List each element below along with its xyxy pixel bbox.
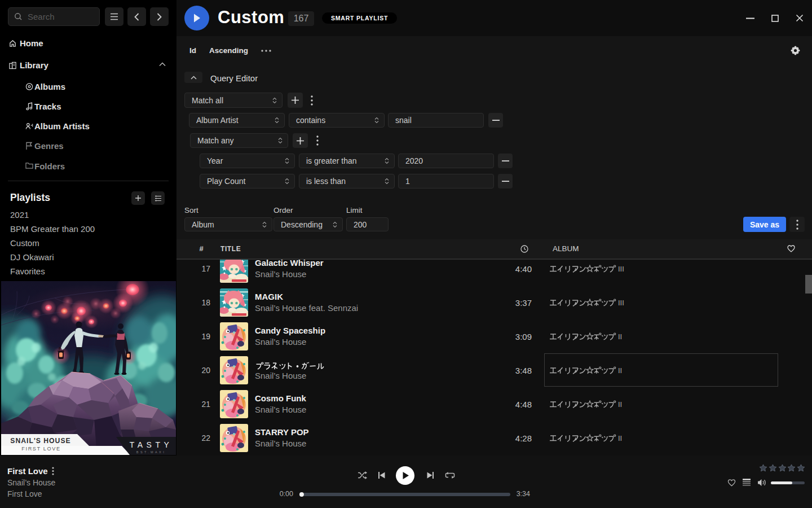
svg-text:III: III bbox=[618, 265, 624, 273]
svg-text:II: II bbox=[618, 332, 622, 341]
svg-text:III: III bbox=[618, 299, 624, 307]
svg-text:FIRST LOVE: FIRST LOVE bbox=[21, 446, 60, 452]
svg-text:BST.MAXI: BST.MAXI bbox=[136, 450, 166, 454]
svg-text:II: II bbox=[618, 400, 622, 409]
svg-text:II: II bbox=[618, 434, 622, 443]
svg-text:TASTY: TASTY bbox=[130, 440, 173, 449]
svg-text:II: II bbox=[618, 366, 622, 375]
svg-text:SNAIL'S HOUSE: SNAIL'S HOUSE bbox=[10, 437, 70, 445]
